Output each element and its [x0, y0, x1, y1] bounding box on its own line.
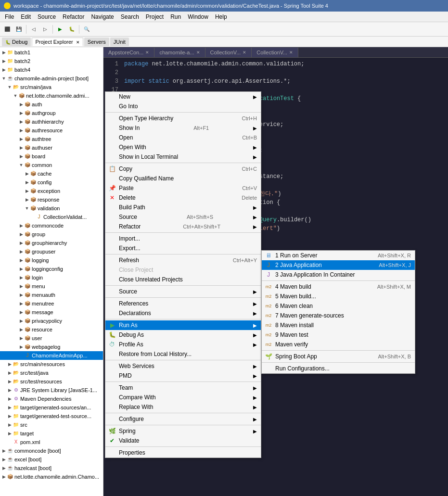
tree-arrow-0[interactable]: ▶: [1, 49, 7, 56]
tree-item-17[interactable]: ▶📦response: [0, 195, 103, 204]
tree-arrow-10[interactable]: ▶: [18, 135, 24, 143]
ctx-item-declarations[interactable]: Declarations▶: [105, 308, 261, 318]
tree-arrow-12[interactable]: ▶: [18, 153, 24, 160]
toolbar-debug[interactable]: 🐛: [66, 24, 77, 35]
tree-item-30[interactable]: ▶📦message: [0, 308, 103, 317]
menu-project[interactable]: Project: [143, 13, 166, 21]
tree-arrow-20[interactable]: ▶: [18, 222, 24, 229]
ctx-item-validate[interactable]: ✔Validate: [105, 436, 261, 445]
tree-arrow-28[interactable]: ▶: [18, 291, 24, 299]
sm-item-java-application[interactable]: J2 Java ApplicationAlt+Shift+X, J: [262, 260, 415, 270]
editor-tab-3-close[interactable]: ✕: [289, 50, 293, 55]
tree-item-23[interactable]: ▶📦groupuser: [0, 247, 103, 256]
menu-source[interactable]: Source: [35, 13, 59, 21]
tree-arrow-46[interactable]: ▶: [1, 447, 7, 455]
tree-arrow-47[interactable]: ▶: [1, 456, 7, 463]
tree-arrow-6[interactable]: ▶: [18, 101, 24, 108]
ctx-item-export[interactable]: Export...: [105, 243, 261, 253]
tree-item-41[interactable]: ▶📁target/generated-sources/an...: [0, 403, 103, 412]
tree-arrow-39[interactable]: ▶: [7, 386, 13, 394]
tree-item-0[interactable]: ▶📁batch1: [0, 48, 103, 57]
ctx-item-go-into[interactable]: Go Into: [105, 102, 261, 111]
tree-arrow-42[interactable]: ▶: [7, 412, 13, 420]
tree-arrow-30[interactable]: ▶: [18, 308, 24, 316]
tree-item-28[interactable]: ▶📦menuauth: [0, 291, 103, 299]
sm-item-maven-verify[interactable]: m2Maven verify: [262, 340, 415, 349]
tree-arrow-2[interactable]: ▶: [1, 66, 7, 74]
ctx-item-new[interactable]: New▶: [105, 92, 261, 102]
ctx-item-source[interactable]: SourceAlt+Shift+S▶: [105, 212, 261, 222]
tree-item-5[interactable]: ▼📦net.lotte.chamomile.admi...: [0, 91, 103, 100]
ctx-item-references[interactable]: References▶: [105, 299, 261, 308]
toolbar-new[interactable]: ⬛: [2, 24, 13, 35]
tab-servers[interactable]: Servers: [84, 38, 109, 46]
tab-debug[interactable]: 🐛 Debug: [2, 38, 31, 46]
tree-arrow-41[interactable]: ▶: [7, 404, 13, 411]
editor-tab-1-close[interactable]: ✕: [196, 50, 200, 55]
ctx-item-properties[interactable]: Properties: [105, 448, 261, 458]
ctx-item-close-unrelated[interactable]: Close Unrelated Projects: [105, 275, 261, 284]
tree-arrow-22[interactable]: ▶: [18, 239, 24, 247]
menu-window[interactable]: Window: [185, 13, 211, 21]
tree-item-49[interactable]: ▶📦net.lotte.chamomile.admin.Chamo...: [0, 472, 103, 481]
editor-tab-3[interactable]: CollectionV... ✕: [252, 48, 298, 57]
tab-project-explorer[interactable]: Project Explorer ✕: [32, 38, 83, 46]
ctx-item-pmd[interactable]: PMD▶: [105, 371, 261, 381]
tree-item-6[interactable]: ▶📦auth: [0, 100, 103, 109]
tree-arrow-9[interactable]: ▶: [18, 127, 24, 134]
toolbar-back[interactable]: ◁: [28, 24, 39, 35]
tree-item-16[interactable]: ▶📦exception: [0, 187, 103, 195]
toolbar-save[interactable]: 💾: [13, 24, 24, 35]
tree-item-10[interactable]: ▶📦authtree: [0, 135, 103, 143]
tree-item-40[interactable]: ▶⚙Maven Dependencies: [0, 394, 103, 403]
sm-item-run-configurations[interactable]: Run Configurations...: [262, 364, 415, 373]
tree-arrow-5[interactable]: ▼: [13, 92, 18, 100]
editor-tab-2-close[interactable]: ✕: [243, 50, 246, 55]
editor-tab-1[interactable]: chamomile-a... ✕: [154, 48, 205, 57]
tree-arrow-37[interactable]: ▶: [7, 369, 13, 377]
menu-navigate[interactable]: Navigate: [88, 13, 116, 21]
editor-tab-2[interactable]: CollectionV... ✕: [205, 48, 252, 57]
tree-arrow-18[interactable]: ▼: [24, 204, 30, 212]
tree-item-48[interactable]: ▶☕hazelcast [boot]: [0, 464, 103, 472]
tree-arrow-38[interactable]: ▶: [7, 378, 13, 385]
tree-arrow-24[interactable]: ▶: [18, 256, 24, 264]
tree-arrow-15[interactable]: ▶: [24, 178, 30, 186]
tree-arrow-14[interactable]: ▶: [24, 170, 30, 178]
ctx-item-configure[interactable]: Configure▶: [105, 414, 261, 424]
ctx-item-source2[interactable]: Source▶: [105, 287, 261, 296]
tree-arrow-25[interactable]: ▶: [18, 265, 24, 273]
toolbar-run[interactable]: ▶: [55, 24, 65, 35]
tree-arrow-3[interactable]: ▼: [1, 75, 7, 82]
tree-arrow-17[interactable]: ▶: [24, 196, 30, 203]
tree-item-1[interactable]: ▶📁batch2: [0, 57, 103, 65]
tree-item-44[interactable]: ▶📁target: [0, 429, 103, 438]
menu-edit[interactable]: Edit: [18, 13, 34, 21]
tree-item-7[interactable]: ▶📦authgroup: [0, 109, 103, 117]
tree-item-32[interactable]: ▶📦resource: [0, 325, 103, 334]
tree-arrow-4[interactable]: ▼: [7, 83, 13, 91]
tree-item-26[interactable]: ▶📦login: [0, 273, 103, 282]
tree-arrow-11[interactable]: ▶: [18, 144, 24, 152]
tree-item-46[interactable]: ▶☕commoncode [boot]: [0, 446, 103, 455]
tree-item-33[interactable]: ▶📦user: [0, 334, 103, 343]
tree-arrow-1[interactable]: ▶: [1, 57, 7, 65]
tree-item-19[interactable]: JCollectionValidat...: [0, 213, 103, 221]
tree-arrow-36[interactable]: ▶: [7, 360, 13, 368]
tree-item-37[interactable]: ▶📂src/test/java: [0, 369, 103, 377]
ctx-item-copy-qualified-name[interactable]: Copy Qualified Name: [105, 174, 261, 183]
tree-item-39[interactable]: ▶⚙JRE System Library [JavaSE-1...: [0, 386, 103, 394]
sm-item-maven-build2[interactable]: m25 Maven build...: [262, 292, 415, 301]
ctx-item-build-path[interactable]: Build Path▶: [105, 203, 261, 212]
tree-arrow-44[interactable]: ▶: [7, 430, 13, 437]
ctx-item-paste[interactable]: 📌PasteCtrl+V: [105, 183, 261, 193]
tree-item-34[interactable]: ▶📦webpagelog: [0, 343, 103, 351]
ctx-item-show-local-terminal[interactable]: Show in Local Terminal▶: [105, 152, 261, 162]
menu-file[interactable]: File: [2, 13, 17, 21]
ctx-item-delete[interactable]: ✕DeleteDelete: [105, 193, 261, 203]
ctx-item-run-as[interactable]: ▶Run As▶: [105, 320, 261, 330]
tree-arrow-31[interactable]: ▶: [18, 317, 24, 325]
ctx-item-refresh[interactable]: RefreshCtrl+Alt+Y: [105, 255, 261, 265]
tab-junit[interactable]: JUnit: [110, 38, 129, 46]
tree-item-13[interactable]: ▼📦common: [0, 161, 103, 169]
